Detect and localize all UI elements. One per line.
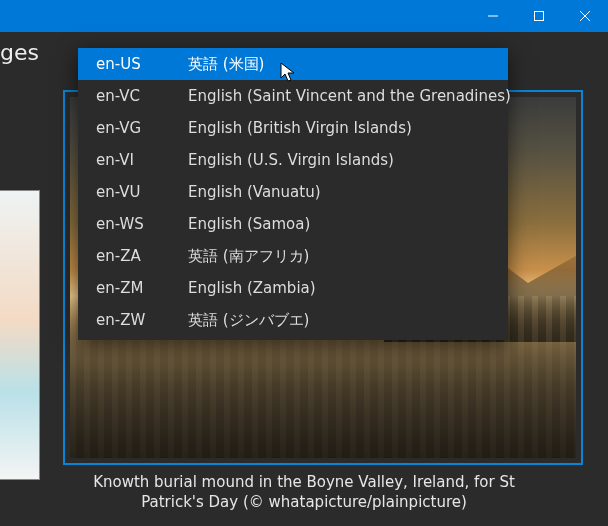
language-label: English (British Virgin Islands) xyxy=(188,119,490,137)
language-option[interactable]: en-VI English (U.S. Virgin Islands) xyxy=(78,144,508,176)
language-code: en-ZW xyxy=(96,311,188,329)
language-option[interactable]: en-ZM English (Zambia) xyxy=(78,272,508,304)
thumbnail-prev[interactable] xyxy=(0,190,40,480)
titlebar xyxy=(0,0,608,32)
language-label: English (U.S. Virgin Islands) xyxy=(188,151,490,169)
page-title-fragment: ges xyxy=(0,40,39,65)
language-code: en-VU xyxy=(96,183,188,201)
language-code: en-VG xyxy=(96,119,188,137)
language-label: English (Samoa) xyxy=(188,215,490,233)
language-code: en-ZM xyxy=(96,279,188,297)
language-label: English (Zambia) xyxy=(188,279,490,297)
language-option[interactable]: en-VU English (Vanuatu) xyxy=(78,176,508,208)
maximize-button[interactable] xyxy=(516,0,562,32)
caption-line-2: Patrick's Day (© whatapicture/plainpictu… xyxy=(141,493,467,511)
language-label: English (Vanuatu) xyxy=(188,183,490,201)
language-option[interactable]: en-ZA 英語 (南アフリカ) xyxy=(78,240,508,272)
close-button[interactable] xyxy=(562,0,608,32)
language-label: English (Saint Vincent and the Grenadine… xyxy=(188,87,511,105)
language-option[interactable]: en-VG English (British Virgin Islands) xyxy=(78,112,508,144)
language-label: 英語 (南アフリカ) xyxy=(188,247,490,266)
language-code: en-VI xyxy=(96,151,188,169)
language-code: en-US xyxy=(96,55,188,73)
svg-rect-0 xyxy=(535,12,544,21)
language-option[interactable]: en-VC English (Saint Vincent and the Gre… xyxy=(78,80,508,112)
minimize-button[interactable] xyxy=(470,0,516,32)
language-dropdown[interactable]: en-US 英語 (米国) en-VC English (Saint Vince… xyxy=(78,48,508,340)
language-code: en-WS xyxy=(96,215,188,233)
image-caption: Knowth burial mound in the Boyne Valley,… xyxy=(0,472,608,513)
language-code: en-VC xyxy=(96,87,188,105)
app-window: ges Knowth burial mound in the Boyne Val… xyxy=(0,0,608,526)
language-option[interactable]: en-WS English (Samoa) xyxy=(78,208,508,240)
language-code: en-ZA xyxy=(96,247,188,265)
language-label: 英語 (米国) xyxy=(188,55,490,74)
caption-line-1: Knowth burial mound in the Boyne Valley,… xyxy=(93,473,515,491)
language-label: 英語 (ジンバブエ) xyxy=(188,311,490,330)
language-option[interactable]: en-ZW 英語 (ジンバブエ) xyxy=(78,304,508,336)
language-option[interactable]: en-US 英語 (米国) xyxy=(78,48,508,80)
